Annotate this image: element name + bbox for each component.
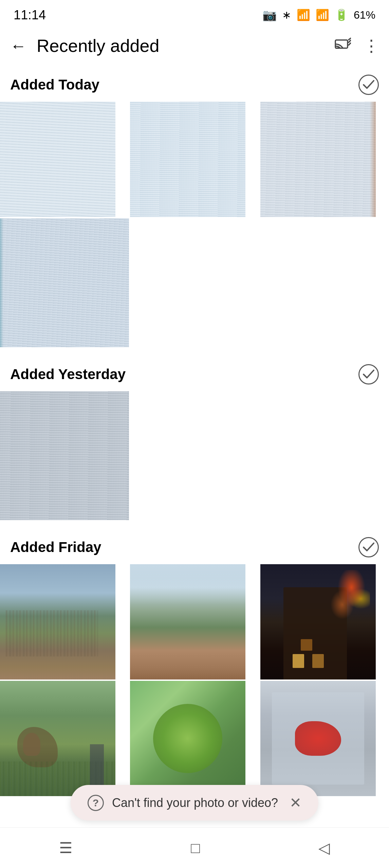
snackbar-close-button[interactable]: ✕ (290, 794, 301, 811)
cast-icon[interactable] (335, 37, 351, 54)
select-all-today[interactable] (358, 75, 379, 95)
svg-line-4 (348, 43, 351, 45)
photo-cell[interactable] (0, 218, 129, 347)
photo-cell[interactable] (260, 564, 376, 679)
section-header-today: Added Today (0, 64, 389, 102)
menu-button[interactable]: ☰ (59, 839, 72, 856)
section-label-friday: Added Friday (10, 539, 101, 555)
yesterday-photo-grid (0, 391, 389, 520)
photo-cell[interactable] (130, 681, 245, 796)
section-header-yesterday: Added Yesterday (0, 354, 389, 391)
empty-cell (260, 218, 389, 347)
status-bar: 11:14 📷 ∗ 📶 📶 🔋 61% (0, 0, 389, 27)
photo-cell[interactable] (260, 102, 376, 217)
home-button[interactable]: □ (191, 840, 200, 856)
status-time: 11:14 (14, 8, 46, 22)
empty-cell (130, 218, 259, 347)
battery-percent: 61% (354, 9, 375, 21)
photo-cell[interactable] (130, 564, 245, 679)
page-title: Recently added (37, 36, 159, 56)
empty-cell (130, 391, 259, 520)
snackbar: ? Can't find your photo or video? ✕ (71, 785, 318, 821)
instagram-icon: 📷 (262, 8, 277, 22)
back-button[interactable]: ← (10, 37, 26, 55)
photo-cell[interactable] (0, 102, 115, 217)
select-all-yesterday[interactable] (358, 364, 379, 384)
photo-cell[interactable] (0, 391, 129, 520)
section-header-friday: Added Friday (0, 527, 389, 564)
status-icons: 📷 ∗ 📶 📶 🔋 61% (262, 8, 375, 22)
photo-cell[interactable] (130, 102, 245, 217)
top-bar-left: ← Recently added (10, 36, 159, 56)
top-bar: ← Recently added ⋮ (0, 27, 389, 64)
battery-icon: 🔋 (335, 8, 348, 21)
bottom-nav: ☰ □ ◁ (0, 827, 389, 868)
back-nav-button[interactable]: ◁ (318, 839, 330, 856)
signal-icon: 📶 (316, 8, 329, 21)
photo-cell[interactable] (0, 564, 115, 679)
empty-cell (260, 391, 389, 520)
section-label-today: Added Today (10, 77, 99, 93)
wifi-icon: 📶 (297, 8, 310, 21)
select-all-friday[interactable] (358, 537, 379, 557)
more-options-button[interactable]: ⋮ (363, 36, 379, 55)
snackbar-text: Can't find your photo or video? (112, 796, 278, 810)
today-photo-grid (0, 102, 389, 347)
top-bar-right: ⋮ (335, 36, 379, 55)
photo-cell[interactable] (260, 681, 376, 796)
help-icon[interactable]: ? (88, 795, 104, 811)
friday-photo-grid (0, 564, 389, 796)
section-label-yesterday: Added Yesterday (10, 366, 126, 382)
bluetooth-icon: ∗ (282, 8, 291, 21)
photo-cell[interactable] (0, 681, 115, 796)
